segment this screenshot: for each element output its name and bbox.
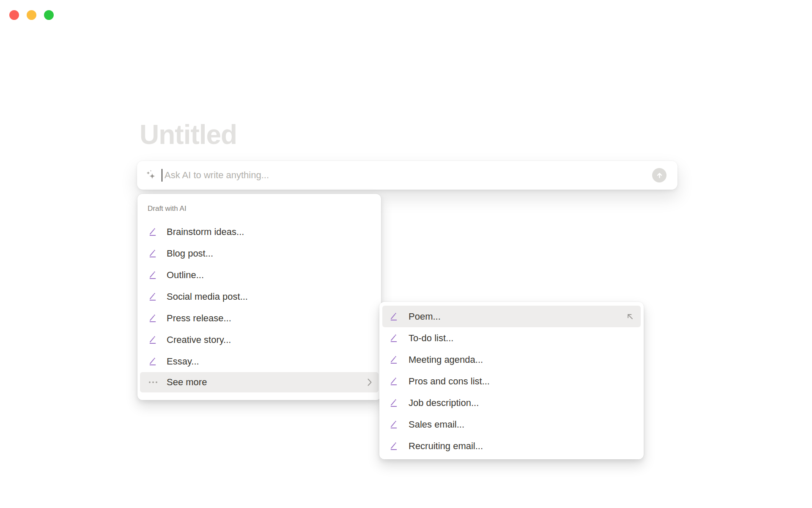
menu-header: Draft with AI <box>137 204 381 213</box>
submenu-item-recruiting-email[interactable]: Recruiting email... <box>382 435 641 457</box>
menu-item-label: Pros and cons list... <box>409 376 641 387</box>
pencil-icon <box>390 377 398 386</box>
menu-item-label: Creative story... <box>167 334 379 345</box>
menu-item-label: Poem... <box>409 311 626 322</box>
pencil-icon <box>149 314 157 323</box>
menu-item-outline[interactable]: Outline... <box>140 264 379 286</box>
menu-item-creative-story[interactable]: Creative story... <box>140 329 379 351</box>
close-window-button[interactable] <box>9 10 19 20</box>
menu-item-label: To-do list... <box>409 333 641 344</box>
ellipsis-icon <box>149 378 157 387</box>
menu-item-label: See more <box>167 377 368 388</box>
submenu-item-pros-and-cons-list[interactable]: Pros and cons list... <box>382 370 641 392</box>
menu-item-label: Sales email... <box>409 419 641 430</box>
menu-item-label: Brainstorm ideas... <box>167 226 379 237</box>
pencil-icon <box>390 420 398 429</box>
minimize-window-button[interactable] <box>27 10 36 20</box>
window-controls <box>9 10 54 20</box>
menu-item-see-more[interactable]: See more <box>140 372 379 392</box>
menu-item-blog-post[interactable]: Blog post... <box>140 243 379 264</box>
submenu-item-meeting-agenda[interactable]: Meeting agenda... <box>382 349 641 370</box>
pencil-icon <box>390 442 398 450</box>
menu-item-label: Press release... <box>167 313 379 324</box>
menu-item-label: Outline... <box>167 270 379 281</box>
pencil-icon <box>149 336 157 344</box>
submit-prompt-button[interactable] <box>652 168 667 182</box>
pencil-icon <box>149 249 157 258</box>
pencil-icon <box>390 399 398 407</box>
ai-input-placeholder: Ask AI to write anything... <box>165 170 652 181</box>
submenu-item-poem[interactable]: Poem... <box>382 306 641 327</box>
submenu-item-job-description[interactable]: Job description... <box>382 392 641 414</box>
arrow-up-icon <box>656 172 663 179</box>
menu-item-label: Essay... <box>167 356 379 367</box>
submenu-item-sales-email[interactable]: Sales email... <box>382 414 641 435</box>
text-caret <box>162 169 162 182</box>
menu-item-label: Blog post... <box>167 248 379 259</box>
arrow-up-left-icon <box>626 312 634 320</box>
menu-item-label: Recruiting email... <box>409 441 641 452</box>
pencil-icon <box>149 293 157 301</box>
pencil-icon <box>149 357 157 366</box>
pencil-icon <box>390 312 398 321</box>
see-more-submenu: Poem... To-do list... Meeting agenda... … <box>379 302 644 459</box>
menu-item-essay[interactable]: Essay... <box>140 351 379 372</box>
sparkle-icon <box>145 170 156 181</box>
chevron-right-icon <box>368 378 372 386</box>
menu-item-label: Meeting agenda... <box>409 354 641 365</box>
menu-item-brainstorm-ideas[interactable]: Brainstorm ideas... <box>140 221 379 243</box>
zoom-window-button[interactable] <box>44 10 54 20</box>
pencil-icon <box>149 271 157 279</box>
page-title[interactable]: Untitled <box>140 119 237 150</box>
ai-prompt-input[interactable]: Ask AI to write anything... <box>137 161 678 190</box>
menu-item-press-release[interactable]: Press release... <box>140 307 379 329</box>
menu-item-label: Social media post... <box>167 291 379 302</box>
menu-item-social-media-post[interactable]: Social media post... <box>140 286 379 307</box>
pencil-icon <box>390 356 398 364</box>
pencil-icon <box>149 228 157 236</box>
draft-with-ai-menu: Draft with AI Brainstorm ideas... Blog p… <box>137 194 381 400</box>
submenu-item-to-do-list[interactable]: To-do list... <box>382 327 641 349</box>
notion-window: Untitled Ask AI to write anything... Dra… <box>0 0 812 508</box>
menu-item-label: Job description... <box>409 398 641 409</box>
pencil-icon <box>390 334 398 342</box>
